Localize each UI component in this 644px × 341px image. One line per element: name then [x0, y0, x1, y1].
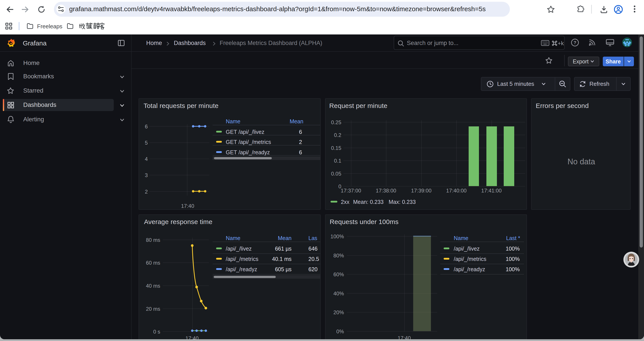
svg-text:?: ?: [574, 40, 576, 45]
